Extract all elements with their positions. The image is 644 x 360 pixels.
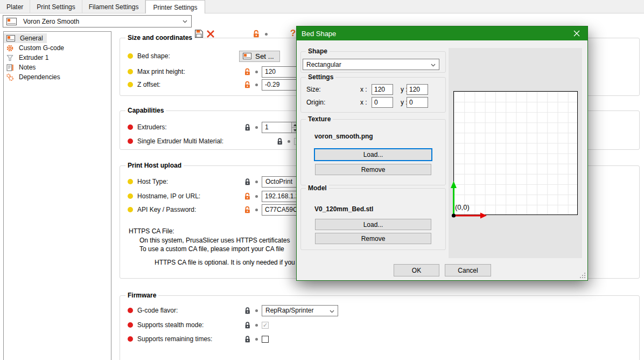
ca-file-line2: To use a custom CA file, please import y… — [139, 245, 284, 253]
value-dot-icon — [255, 84, 258, 86]
option-label: Supports stealth mode: — [137, 321, 204, 329]
delete-preset-icon[interactable] — [206, 30, 215, 38]
dialog-title-bar[interactable]: Bed Shape — [297, 26, 587, 40]
gear-icon — [6, 44, 14, 52]
unlock-icon[interactable] — [244, 81, 251, 88]
sidebar-item-dependencies[interactable]: Dependencies — [4, 72, 111, 82]
origin-label: Origin: — [306, 99, 325, 106]
z-offset-input[interactable] — [262, 79, 299, 91]
option-label: Supports remaining times: — [137, 335, 212, 343]
system-bullet-icon — [128, 139, 133, 144]
printer-preset-combobox[interactable]: Voron Zero Smooth — [3, 15, 192, 27]
extruders-value: 1 — [262, 122, 291, 133]
max-print-height-input[interactable] — [262, 66, 299, 78]
origin-dot — [452, 213, 456, 217]
x-label: x : — [360, 99, 367, 106]
unlock-icon[interactable] — [244, 206, 251, 213]
value-dot-icon — [255, 181, 258, 183]
tab-plater[interactable]: Plater — [0, 0, 30, 13]
remaining-times-checkbox[interactable] — [262, 336, 269, 343]
sidebar-item-notes[interactable]: Notes — [4, 63, 111, 72]
tab-printer-settings[interactable]: Printer Settings — [145, 0, 205, 14]
option-row-remaining-times: Supports remaining times: — [128, 333, 634, 345]
texture-load-button[interactable]: Load... — [314, 148, 432, 161]
texture-group-title: Texture — [306, 115, 333, 123]
settings-page-list: General Custom G-code Extruder 1 Notes — [3, 31, 111, 360]
lock-icon[interactable] — [244, 307, 251, 314]
stealth-mode-checkbox[interactable]: ✓ — [262, 322, 269, 329]
size-x-input[interactable] — [372, 84, 393, 95]
load-button-label: Load... — [363, 151, 383, 158]
modified-bullet-icon — [128, 69, 133, 74]
close-icon[interactable] — [573, 30, 580, 37]
model-load-button[interactable]: Load... — [315, 219, 431, 230]
chevron-down-icon — [183, 20, 187, 23]
value-dot-icon — [288, 140, 290, 143]
unlock-icon[interactable] — [244, 192, 251, 200]
unlock-icon[interactable] — [253, 30, 261, 38]
lock-icon[interactable] — [244, 123, 251, 131]
sidebar-item-label: Extruder 1 — [17, 54, 50, 61]
save-preset-icon[interactable] — [194, 29, 204, 38]
lock-icon[interactable] — [244, 178, 251, 185]
ca-file-line1: On this system, PrusaSlicer uses HTTPS c… — [139, 237, 290, 244]
modified-bullet-icon — [128, 207, 133, 212]
sidebar-item-general[interactable]: General — [4, 33, 47, 43]
shape-select[interactable]: Rectangular — [303, 59, 439, 70]
extruder-icon — [6, 54, 14, 62]
option-row-gcode-flavor: G-code flavor: RepRap/Sprinter — [128, 304, 634, 316]
preset-name: Voron Zero Smooth — [23, 18, 79, 25]
section-title: Capabilities — [125, 107, 166, 114]
modified-bullet-icon — [128, 82, 133, 87]
y-axis-arrowhead — [451, 181, 457, 188]
printer-bed-icon — [6, 18, 17, 25]
option-label: Host Type: — [137, 178, 168, 185]
main-tab-bar: Plater Print Settings Filament Settings … — [0, 0, 644, 13]
ok-button[interactable]: OK — [394, 264, 439, 276]
host-type-value: OctoPrint — [265, 178, 292, 185]
settings-group-title: Settings — [306, 73, 335, 81]
texture-remove-button[interactable]: Remove — [315, 164, 431, 175]
unlock-icon[interactable] — [244, 68, 251, 75]
option-label: Max print height: — [137, 68, 185, 75]
value-dot-icon — [255, 324, 258, 327]
ca-file-label: HTTPS CA File: — [129, 227, 174, 235]
bed-shape-dialog: Bed Shape Shape Rectangular Settings Siz… — [296, 26, 588, 281]
bed-shape-set-button[interactable]: Set ... — [239, 51, 280, 62]
modified-bullet-icon — [128, 53, 133, 59]
origin-y-input[interactable] — [407, 97, 428, 108]
sidebar-item-custom-gcode[interactable]: Custom G-code — [4, 43, 111, 53]
extruders-spinbox[interactable]: 1 — [262, 122, 299, 133]
tab-filament-settings[interactable]: Filament Settings — [82, 0, 146, 13]
gears-icon — [6, 73, 14, 81]
cancel-button[interactable]: Cancel — [445, 264, 491, 276]
tab-print-settings[interactable]: Print Settings — [30, 0, 82, 13]
value-dot-icon — [255, 338, 258, 341]
lock-icon[interactable] — [244, 335, 251, 343]
model-group: Model V0_120mm_Bed.stl Load... Remove — [300, 188, 446, 250]
help-question-icon[interactable]: ? — [290, 28, 296, 39]
sidebar-item-label: General — [18, 34, 45, 42]
size-y-input[interactable] — [407, 84, 428, 95]
value-dot-icon — [255, 195, 258, 198]
system-bullet-icon — [128, 336, 133, 342]
modified-bullet-icon — [128, 179, 133, 184]
model-remove-button[interactable]: Remove — [315, 233, 431, 244]
origin-x-input[interactable] — [372, 97, 393, 108]
value-dot-icon — [265, 33, 268, 36]
gcode-flavor-select[interactable]: RepRap/Sprinter — [262, 305, 338, 316]
set-button-label: Set ... — [255, 52, 274, 60]
sidebar-item-extruder-1[interactable]: Extruder 1 — [4, 53, 111, 63]
sidebar-item-label: Notes — [17, 64, 37, 71]
model-filename: V0_120mm_Bed.stl — [314, 205, 373, 213]
value-dot-icon — [255, 309, 258, 312]
option-label: Single Extruder Multi Material: — [137, 137, 223, 145]
option-label: Z offset: — [137, 81, 160, 88]
lock-icon[interactable] — [244, 321, 251, 329]
lock-icon[interactable] — [276, 137, 284, 145]
shape-select-value: Rectangular — [306, 61, 341, 68]
tab-print-settings-label: Print Settings — [37, 3, 75, 11]
remove-button-label: Remove — [361, 166, 386, 174]
size-label: Size: — [306, 86, 321, 93]
resize-grip[interactable] — [580, 273, 586, 279]
